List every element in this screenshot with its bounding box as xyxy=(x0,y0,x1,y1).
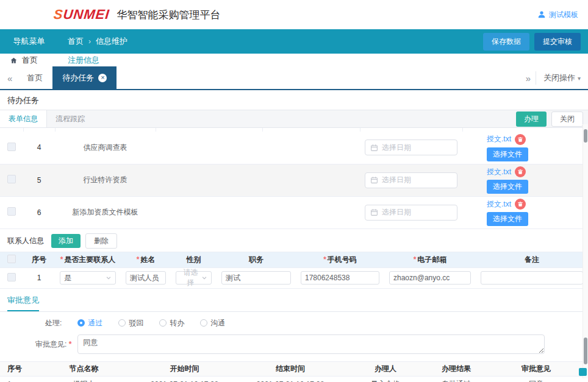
delete-file-icon[interactable] xyxy=(515,134,526,145)
radio-icon xyxy=(118,319,126,327)
select-value: 是 xyxy=(64,273,71,283)
close-panel-button[interactable]: 关闭 xyxy=(551,111,583,127)
row-checkbox[interactable] xyxy=(7,175,16,183)
submit-review-button[interactable]: 提交审核 xyxy=(534,33,581,51)
handle-button[interactable]: 办理 xyxy=(516,111,547,127)
tab-strip: « 首页 待办任务 × » 关闭操作 ▾ xyxy=(0,67,588,90)
cell-node-name: 提报人 xyxy=(37,376,131,382)
radio-icon xyxy=(159,319,167,327)
delete-file-icon[interactable] xyxy=(515,199,526,210)
chevron-down-icon xyxy=(201,275,207,281)
choose-file-button[interactable]: 选择文件 xyxy=(487,147,528,161)
select-all-checkbox[interactable] xyxy=(7,255,16,263)
row-checkbox[interactable] xyxy=(7,143,16,151)
scrollbar-thumb[interactable] xyxy=(584,338,587,364)
radio-label: 通过 xyxy=(88,318,102,328)
approval-history-table: 序号 节点名称 开始时间 结束时间 办理人 办理结果 审批意见 1 提报人 20… xyxy=(0,361,588,382)
date-picker[interactable]: 选择日期 xyxy=(365,172,457,188)
close-operations-dropdown[interactable]: 关闭操作 ▾ xyxy=(536,71,588,85)
required-asterisk: * xyxy=(414,255,417,264)
gender-select[interactable]: 请选择 xyxy=(176,271,212,285)
attachment-file-link[interactable]: 授文.txt xyxy=(487,199,511,210)
name-cell xyxy=(121,267,171,288)
date-cell: 选择日期 xyxy=(360,164,462,196)
empty-cell xyxy=(156,132,262,164)
radio-transfer[interactable]: 转办 xyxy=(159,318,184,328)
tab-home[interactable]: 首页 xyxy=(17,66,52,90)
breadcrumb-separator-icon: › xyxy=(88,37,91,46)
sidebar-item-home[interactable]: 首页 xyxy=(0,55,58,66)
add-contact-button[interactable]: 添加 xyxy=(51,234,81,248)
breadcrumb-home[interactable]: 首页 xyxy=(68,36,84,47)
tab-process-track[interactable]: 流程跟踪 xyxy=(47,110,93,127)
contacts-toolbar: 联系人信息 添加 删除 xyxy=(0,229,588,252)
radio-communicate[interactable]: 沟通 xyxy=(200,318,225,328)
attachment-name: 新添加资质文件模板 xyxy=(55,196,156,228)
row-checkbox[interactable] xyxy=(7,207,16,216)
radio-icon xyxy=(200,319,207,327)
panel-title: 待办任务 xyxy=(0,90,588,110)
attachment-name: 行业特许资质 xyxy=(55,164,156,196)
close-tab-icon[interactable]: × xyxy=(98,74,107,82)
opinion-label: 审批意见: * xyxy=(35,339,73,350)
tab-todo[interactable]: 待办任务 × xyxy=(52,66,117,90)
contact-name-input[interactable] xyxy=(126,271,166,285)
checkbox-cell xyxy=(0,196,23,228)
radio-reject[interactable]: 驳回 xyxy=(118,318,143,328)
date-picker[interactable]: 选择日期 xyxy=(365,140,457,155)
history-row: 1 提报人 2021-07-21 10:17:28 2021-07-21 10:… xyxy=(0,376,588,382)
table-row: 5 行业特许资质 选择日期 授文.txt 选 xyxy=(0,164,588,196)
attachment-file-link[interactable]: 授文.txt xyxy=(487,134,511,144)
vertical-scrollbar[interactable] xyxy=(583,124,588,378)
radio-approve[interactable]: 通过 xyxy=(77,318,102,328)
email-input[interactable] xyxy=(389,271,471,285)
choose-file-button[interactable]: 选择文件 xyxy=(487,212,528,226)
chevron-down-icon: ▾ xyxy=(578,75,581,82)
column-header: *电子邮箱 xyxy=(384,252,476,267)
delete-contact-button[interactable]: 删除 xyxy=(85,233,117,249)
cell-no: 1 xyxy=(0,376,37,382)
approval-section-title: 审批意见 xyxy=(7,295,39,311)
user-icon xyxy=(537,10,546,19)
required-asterisk: * xyxy=(60,255,63,264)
cell-start-time: 2021-07-21 10:17:28 xyxy=(131,376,238,382)
column-header: 结束时间 xyxy=(238,361,343,376)
empty-cell xyxy=(262,196,360,228)
save-data-button[interactable]: 保存数据 xyxy=(483,33,529,51)
checkbox-cell xyxy=(0,132,23,164)
secondary-strip: 首页 注册信息 xyxy=(0,54,588,67)
sidebar-item-label: 首页 xyxy=(22,55,38,66)
phone-input[interactable] xyxy=(301,271,379,285)
company-logo: SUNMEI xyxy=(53,7,110,23)
attachment-file-link[interactable]: 授文.txt xyxy=(487,167,511,177)
subnav-registration[interactable]: 注册信息 xyxy=(58,55,99,66)
remark-input[interactable] xyxy=(481,271,583,285)
row-number: 1 xyxy=(23,267,55,288)
actions-cell: 授文.txt 选择文件 xyxy=(462,164,588,196)
attachments-table: 4 供应商调查表 选择日期 授文.txt 选 xyxy=(0,128,588,229)
main-navbar: 导航菜单 首页 › 信息维护 保存数据 提交审核 xyxy=(0,29,588,54)
scroll-corner-widget[interactable] xyxy=(579,368,587,376)
user-menu[interactable]: 测试模板 xyxy=(537,10,578,20)
calendar-icon xyxy=(370,208,378,216)
date-picker[interactable]: 选择日期 xyxy=(365,205,457,221)
duty-input[interactable] xyxy=(221,271,291,285)
duty-cell xyxy=(217,267,296,288)
row-checkbox[interactable] xyxy=(7,273,16,281)
choose-file-button[interactable]: 选择文件 xyxy=(487,180,528,194)
tabs-scroll-right-icon[interactable]: » xyxy=(521,73,536,83)
column-header: *手机号码 xyxy=(296,252,384,267)
top-header: SUNMEI 华智智能采购管理平台 测试模板 xyxy=(0,0,588,29)
tabs-scroll-left-icon[interactable]: « xyxy=(2,73,17,83)
chevron-down-icon xyxy=(106,275,112,281)
column-header: 办理结果 xyxy=(428,361,484,376)
primary-contact-select[interactable]: 是 xyxy=(60,271,116,285)
tab-form-info[interactable]: 表单信息 xyxy=(0,110,47,127)
date-cell: 选择日期 xyxy=(360,196,462,228)
contact-row: 1 是 请选择 xyxy=(0,267,588,288)
opinion-textarea[interactable]: 同意 xyxy=(77,334,545,354)
delete-file-icon[interactable] xyxy=(515,166,526,177)
navbar-actions: 保存数据 提交审核 xyxy=(483,33,581,51)
home-icon xyxy=(10,57,18,65)
scrollbar-thumb[interactable] xyxy=(584,129,587,143)
